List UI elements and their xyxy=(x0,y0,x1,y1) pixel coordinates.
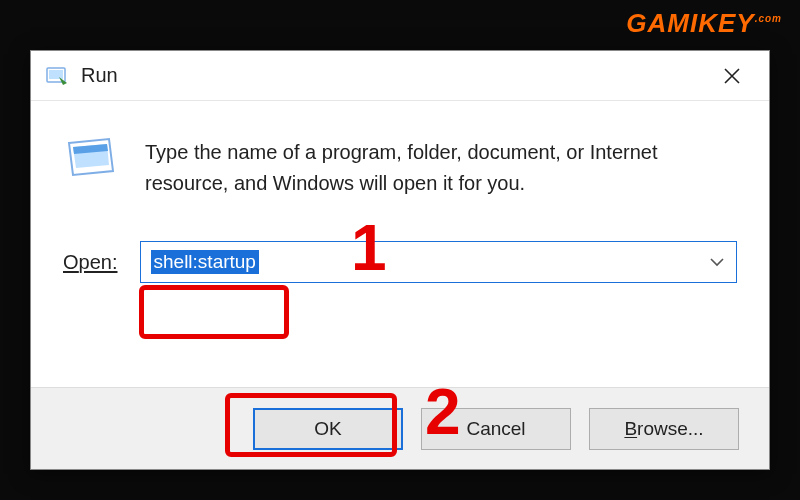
close-icon xyxy=(723,67,741,85)
browse-button-label: rowse... xyxy=(637,418,704,440)
dialog-title: Run xyxy=(81,64,709,87)
titlebar: Run xyxy=(31,51,769,101)
ok-button-label: OK xyxy=(314,418,341,440)
cancel-button-label: Cancel xyxy=(466,418,525,440)
run-large-icon xyxy=(63,137,119,183)
close-button[interactable] xyxy=(709,56,755,96)
open-input-value: shell:startup xyxy=(151,250,259,274)
browse-button[interactable]: Browse... xyxy=(589,408,739,450)
run-icon xyxy=(45,65,69,87)
annotation-box-input xyxy=(139,285,289,339)
dialog-description: Type the name of a program, folder, docu… xyxy=(145,137,737,199)
run-dialog: Run Type the name of a program, folder, … xyxy=(30,50,770,470)
ok-button[interactable]: OK xyxy=(253,408,403,450)
open-combobox[interactable]: shell:startup xyxy=(140,241,738,283)
open-label: Open: xyxy=(63,251,118,274)
svg-rect-1 xyxy=(49,70,63,79)
button-bar: OK Cancel Browse... xyxy=(31,387,769,469)
watermark-logo: GAMIKEY.com xyxy=(626,8,782,39)
cancel-button[interactable]: Cancel xyxy=(421,408,571,450)
chevron-down-icon xyxy=(710,254,724,270)
